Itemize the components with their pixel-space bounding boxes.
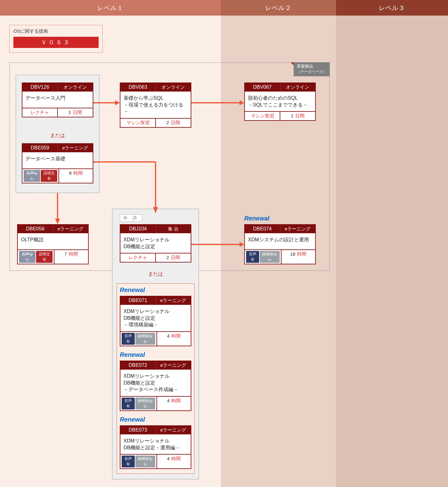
course-card-dbe056[interactable]: DBE056 eラーニング OLTP概説 音声なし説明文有 7 時間 (17, 224, 89, 264)
renewal-badge-dbe073: Renewal (120, 416, 145, 423)
region-tab: 基盤製品 （データベース） (294, 62, 330, 76)
course-duration: 1 日間 (280, 112, 315, 120)
course-footer: 音声有説明文なし 4 時間 (120, 396, 191, 410)
audio-pill: 音声有 (246, 251, 259, 263)
kyuukou-tag: 休 講 (120, 214, 142, 222)
level2-header: レベル２ (221, 0, 336, 16)
course-header: DBE072 eラーニング (120, 361, 191, 370)
course-duration: 7 時間 (54, 250, 88, 264)
course-title: XDMリレーショナルDB機能と設定 (120, 233, 191, 253)
course-header: DBJ104 集 合 (120, 225, 191, 233)
explain-pill: 説明文なし (135, 333, 155, 345)
explain-pill: 説明文有 (41, 170, 57, 182)
course-left-label: マシン実習 (245, 112, 280, 120)
course-duration: 4 時間 (156, 332, 191, 346)
course-footer: レクチャ 2 日間 (120, 253, 191, 262)
course-card-dbe072[interactable]: DBE072 eラーニング XDMリレーショナルDB機能と設定－データベース作成… (120, 361, 191, 411)
course-code: DBE056 (18, 225, 53, 233)
course-code: DBV126 (22, 83, 58, 92)
audio-pill: 音声有 (122, 333, 135, 345)
region-tab-subtitle: （データベース） (297, 69, 327, 74)
course-type: eラーニング (53, 225, 88, 233)
course-card-dbe071[interactable]: DBE071 eラーニング XDMリレーショナルDB機能と設定－環境構築編－ 音… (120, 296, 191, 346)
course-header: DBE059 eラーニング (22, 144, 93, 152)
explain-pill: 説明文なし (260, 251, 280, 263)
course-type: オンライン (280, 83, 315, 92)
course-type: eラーニング (58, 144, 93, 152)
course-left-pills: 音声有説明文なし (120, 332, 156, 346)
course-left-pills: 音声なし説明文有 (18, 250, 54, 264)
course-title: データベース基礎 (22, 152, 93, 168)
course-code: DBJ104 (120, 225, 156, 233)
course-title: 基礎から学ぶSQL－現場で使える力をつける－ (120, 92, 191, 118)
course-duration: 18 時間 (281, 250, 315, 264)
renewal-badge-dbe072: Renewal (120, 351, 145, 358)
course-header: DBV126 オンライン (22, 83, 93, 92)
course-header: DBV063 オンライン (120, 83, 191, 92)
diagram-page: レベル１ レベル２ レベル３ OSに関する技術 ＶＯＳ３ 基盤製品 （データベー… (0, 0, 448, 487)
course-footer: 音声なし説明文有 7 時間 (18, 249, 88, 264)
course-left-pills: 音声有説明文なし (245, 250, 281, 264)
course-duration: 2 日間 (155, 253, 191, 262)
explain-pill: 説明文有 (36, 251, 53, 263)
course-type: 集 合 (156, 225, 191, 233)
course-type: eラーニング (156, 296, 191, 305)
level1-header: レベル１ (0, 0, 221, 16)
course-title: 脱初心者のためのSQL－SQLでここまでできる－ (245, 92, 315, 111)
audio-pill: 音声なし (19, 251, 35, 263)
course-header: DBE071 eラーニング (120, 296, 191, 305)
or-label-top: または (16, 132, 100, 139)
course-code: DBE071 (120, 296, 156, 305)
category-box: OSに関する技術 ＶＯＳ３ (9, 25, 103, 53)
explain-pill: 説明文なし (135, 456, 155, 467)
course-type: オンライン (58, 83, 93, 92)
renewal-badge-dbe074: Renewal (244, 215, 269, 222)
course-code: DBE073 (120, 426, 156, 434)
course-duration: 4 時間 (156, 455, 191, 468)
course-code: DBE059 (22, 144, 58, 152)
course-footer: 音声有説明文なし 4 時間 (120, 331, 191, 346)
course-duration: 1 日間 (57, 108, 93, 117)
course-type: eラーニング (156, 361, 191, 370)
course-footer: マシン実習 2 日間 (120, 118, 191, 127)
level3-header: レベル３ (336, 0, 448, 16)
course-card-dbe074[interactable]: DBE074 eラーニング XDMシステムの設計と運用 音声有説明文なし 18 … (244, 224, 316, 264)
course-header: DBE073 eラーニング (120, 426, 191, 434)
region-tab-title: 基盤製品 (297, 64, 313, 69)
course-duration: 4 時間 (156, 397, 191, 410)
or-label-bottom: または (112, 271, 199, 277)
course-left-label: マシン実習 (120, 119, 155, 127)
course-card-dbe059[interactable]: DBE059 eラーニング データベース基礎 音声なし説明文有 8 時間 (22, 143, 93, 183)
course-type: eラーニング (156, 426, 191, 434)
course-header: DBV067 オンライン (245, 83, 315, 92)
course-title: XDMリレーショナルDB機能と設定－データベース作成編－ (120, 370, 191, 396)
course-card-dbv063[interactable]: DBV063 オンライン 基礎から学ぶSQL－現場で使える力をつける－ マシン実… (120, 83, 191, 128)
course-title: XDMリレーショナルDB機能と設定－環境構築編－ (120, 305, 191, 331)
course-left-label: レクチャ (120, 253, 155, 262)
renewal-badge-dbe071: Renewal (120, 286, 145, 294)
region-tab-triangle-icon (291, 62, 294, 65)
course-card-dbv067[interactable]: DBV067 オンライン 脱初心者のためのSQL－SQLでここまでできる－ マシ… (244, 83, 316, 121)
course-left-pills: 音声なし説明文有 (22, 169, 58, 183)
course-title: XDMシステムの設計と運用 (245, 233, 315, 249)
course-duration: 8 時間 (58, 169, 93, 183)
audio-pill: 音声有 (122, 456, 135, 467)
course-footer: 音声なし説明文有 8 時間 (22, 168, 93, 183)
course-code: DBE072 (120, 361, 156, 370)
course-title: XDMリレーショナルDB機能と設定－運用編－ (120, 434, 191, 454)
course-card-dbj104[interactable]: DBJ104 集 合 XDMリレーショナルDB機能と設定 レクチャ 2 日間 (120, 224, 191, 262)
course-card-dbv126[interactable]: DBV126 オンライン データベース入門 レクチャ 1 日間 (22, 83, 93, 117)
course-footer: マシン実習 1 日間 (245, 111, 315, 120)
course-left-label: レクチャ (22, 108, 57, 117)
course-type: オンライン (156, 83, 191, 92)
course-duration: 2 日間 (155, 119, 191, 127)
audio-pill: 音声なし (24, 170, 40, 182)
course-footer: 音声有説明文なし 18 時間 (245, 249, 315, 264)
course-title: データベース入門 (22, 92, 93, 108)
course-left-pills: 音声有説明文なし (120, 397, 156, 410)
category-name: ＶＯＳ３ (13, 37, 99, 48)
explain-pill: 説明文なし (135, 398, 155, 409)
audio-pill: 音声有 (122, 398, 135, 409)
course-card-dbe073[interactable]: DBE073 eラーニング XDMリレーショナルDB機能と設定－運用編－ 音声有… (120, 425, 191, 469)
course-type: eラーニング (280, 225, 315, 233)
